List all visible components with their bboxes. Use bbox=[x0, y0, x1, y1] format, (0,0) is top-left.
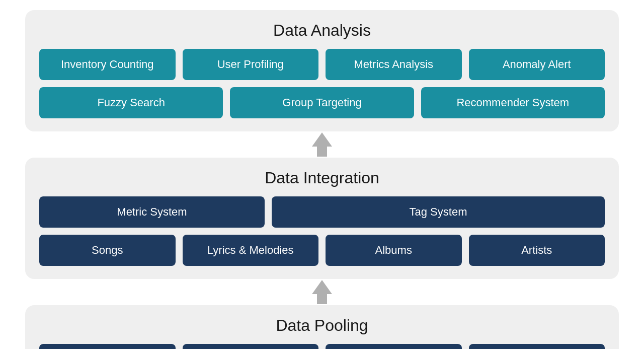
data-analysis-row-2: Fuzzy Search Group Targeting Recommender… bbox=[39, 87, 605, 118]
arrow-connector-1 bbox=[25, 131, 619, 158]
btn-inventory-counting[interactable]: Inventory Counting bbox=[39, 49, 176, 80]
diagram: Data Analysis Inventory Counting User Pr… bbox=[15, 0, 629, 349]
btn-albums[interactable]: Albums bbox=[326, 235, 462, 266]
data-pooling-layer: Data Pooling Music Library Copyright App… bbox=[25, 305, 619, 349]
arrow-up-icon-2 bbox=[310, 279, 334, 305]
data-pooling-title: Data Pooling bbox=[39, 316, 605, 335]
btn-metrics-analysis[interactable]: Metrics Analysis bbox=[326, 49, 462, 80]
svg-marker-1 bbox=[312, 280, 332, 304]
btn-apps[interactable]: Apps bbox=[326, 344, 462, 349]
data-integration-row-2: Songs Lyrics & Melodies Albums Artists bbox=[39, 235, 605, 266]
btn-business-logs[interactable]: Business Logs bbox=[469, 344, 605, 349]
data-integration-row-1: Metric System Tag System bbox=[39, 196, 605, 228]
data-integration-layer: Data Integration Metric System Tag Syste… bbox=[25, 158, 619, 279]
btn-artists[interactable]: Artists bbox=[469, 235, 605, 266]
btn-group-targeting[interactable]: Group Targeting bbox=[230, 87, 414, 118]
arrow-up-icon-1 bbox=[310, 131, 334, 158]
btn-anomaly-alert[interactable]: Anomaly Alert bbox=[469, 49, 605, 80]
btn-user-profiling[interactable]: User Profiling bbox=[183, 49, 319, 80]
btn-metric-system[interactable]: Metric System bbox=[39, 196, 265, 228]
btn-fuzzy-search[interactable]: Fuzzy Search bbox=[39, 87, 223, 118]
btn-lyrics-melodies[interactable]: Lyrics & Melodies bbox=[183, 235, 319, 266]
data-pooling-row-1: Music Library Copyright Apps Business Lo… bbox=[39, 344, 605, 349]
btn-copyright[interactable]: Copyright bbox=[183, 344, 319, 349]
btn-tag-system[interactable]: Tag System bbox=[272, 196, 605, 228]
data-integration-title: Data Integration bbox=[39, 169, 605, 187]
data-analysis-row-1: Inventory Counting User Profiling Metric… bbox=[39, 49, 605, 80]
arrow-connector-2 bbox=[25, 279, 619, 305]
btn-music-library[interactable]: Music Library bbox=[39, 344, 176, 349]
btn-recommender-system[interactable]: Recommender System bbox=[421, 87, 605, 118]
svg-marker-0 bbox=[312, 132, 332, 157]
data-analysis-title: Data Analysis bbox=[39, 21, 605, 40]
data-analysis-layer: Data Analysis Inventory Counting User Pr… bbox=[25, 10, 619, 131]
btn-songs[interactable]: Songs bbox=[39, 235, 176, 266]
